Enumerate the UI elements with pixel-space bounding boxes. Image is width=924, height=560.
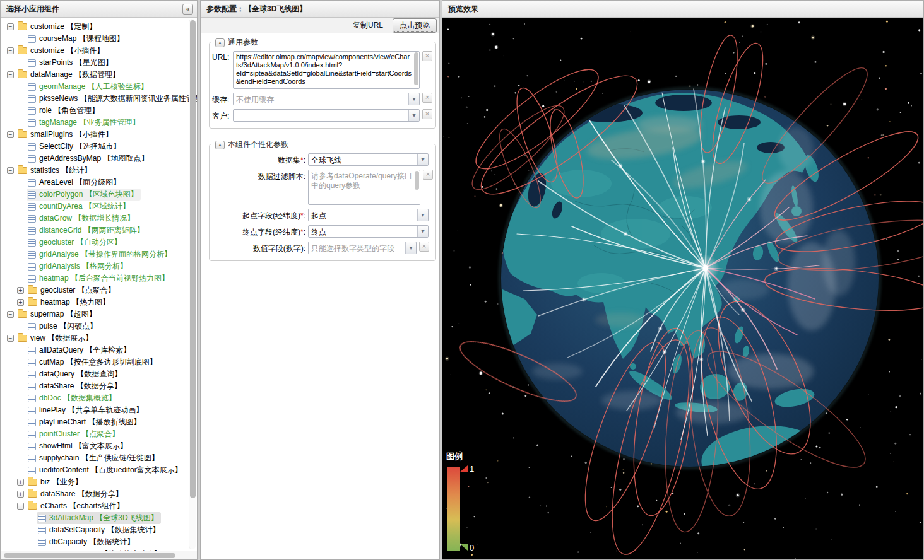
vertical-scrollbar-thumb[interactable] [190, 20, 196, 498]
tree-item-inner[interactable]: dataShare 【数据分享】 [27, 488, 126, 500]
tree-item-inner[interactable]: geomManage 【人工核验坐标】 [27, 81, 151, 93]
tree-item-pointCluster[interactable]: pointCluster 【点聚合】 [3, 428, 188, 440]
chevron-down-icon[interactable]: ▾ [417, 226, 428, 237]
tree-item-allDataQuery[interactable]: allDataQuery 【全库检索】 [3, 344, 188, 356]
tree-item-inner[interactable]: showHtml 【富文本展示】 [27, 440, 130, 452]
expand-node-icon[interactable]: + [17, 287, 24, 294]
tree-item-dbCapacity[interactable]: dbCapacity 【数据统计】 [3, 536, 188, 548]
tree-item-biz[interactable]: +biz 【业务】 [3, 476, 188, 488]
tree-item-inner[interactable]: SelectCity 【选择城市】 [27, 141, 123, 153]
tree-item-inner[interactable]: getAddressByMap 【地图取点】 [27, 153, 151, 165]
tree-item-dataShare[interactable]: +dataShare 【数据分享】 [3, 488, 188, 500]
tree-item-tagManage[interactable]: tagManage 【业务属性管理】 [3, 117, 188, 129]
collapse-node-icon[interactable]: − [7, 71, 14, 78]
clear-filter-icon[interactable]: × [423, 170, 433, 180]
chevron-down-icon[interactable]: ▾ [417, 209, 428, 221]
collapse-section-icon[interactable]: ▲ [215, 141, 225, 149]
filter-script-textarea[interactable] [308, 170, 420, 205]
tree-item-courseMap[interactable]: courseMap 【课程地图】 [3, 33, 188, 45]
tree-item-dataManage[interactable]: −dataManage 【数据管理】 [3, 69, 188, 81]
tree-item-ueditorContent[interactable]: ueditorContent 【百度ueditor富文本展示】 [3, 464, 188, 476]
tree-item-dataQuery[interactable]: dataQuery 【数据查询】 [3, 368, 188, 380]
start-field-combo[interactable]: 起点 ▾ [308, 209, 429, 221]
tree-item-inner[interactable]: tagManage 【业务属性管理】 [27, 117, 142, 129]
tree-item-statistics[interactable]: −statistics 【统计】 [3, 165, 188, 177]
end-field-combo[interactable]: 终点 ▾ [308, 225, 429, 238]
tree-item-customize[interactable]: −customize 【小插件】 [3, 45, 188, 57]
expand-node-icon[interactable]: + [17, 479, 24, 486]
tree-item-showHtml[interactable]: showHtml 【富文本展示】 [3, 440, 188, 452]
tree-item-inner[interactable]: geocluster 【自动分区】 [27, 236, 124, 248]
tree-item-inner[interactable]: allDataQuery 【全库检索】 [27, 344, 133, 356]
tree-item-inner[interactable]: geocluster 【点聚合】 [27, 284, 118, 296]
tree-item-gridAnalysis[interactable]: gridAnalysis 【格网分析】 [3, 260, 188, 272]
tree-item-inner[interactable]: playLineChart 【播放折线图】 [27, 416, 143, 428]
tree-item-countByArea[interactable]: countByArea 【区域统计】 [3, 201, 188, 213]
tree-item-dataGrow[interactable]: dataGrow 【数据增长情况】 [3, 213, 188, 225]
tree-item-inner[interactable]: dbDoc 【数据集概览】 [27, 392, 119, 404]
tree-item-inner[interactable]: distanceGrid 【两两距离矩阵】 [27, 225, 147, 236]
tree-item-inner[interactable]: colorPolygon 【区域色块图】 [27, 189, 141, 201]
tree-scroll-area[interactable]: −customize 【定制】courseMap 【课程地图】−customiz… [1, 18, 197, 559]
collapse-node-icon[interactable]: − [7, 167, 14, 174]
clear-number-field-icon[interactable]: × [419, 242, 429, 252]
tree-item-pulse[interactable]: pulse 【闪硕点】 [3, 320, 188, 332]
tree-item-getAddressByMap[interactable]: getAddressByMap 【地图取点】 [3, 153, 188, 165]
expand-node-icon[interactable]: + [17, 491, 24, 498]
collapse-node-icon[interactable]: − [7, 131, 14, 138]
tree-item-dataShare[interactable]: dataShare 【数据分享】 [3, 380, 188, 392]
collapse-node-icon[interactable]: − [7, 47, 14, 54]
vertical-scrollbar[interactable] [189, 19, 196, 549]
tree-item-starPoints[interactable]: starPoints 【星光图】 [3, 57, 188, 69]
collapse-node-icon[interactable]: − [7, 335, 14, 342]
tree-item-inner[interactable]: dataShare 【数据分享】 [27, 380, 124, 392]
tree-item-dataSetCapacity[interactable]: dataSetCapacity 【数据集统计】 [3, 524, 188, 536]
textarea-scrollbar[interactable] [415, 171, 419, 190]
collapse-node-icon[interactable]: − [7, 23, 14, 30]
click-preview-button[interactable]: 点击预览 [393, 18, 437, 33]
tree-item-heatmap[interactable]: heatmap 【后台聚合当前视野热力图】 [3, 272, 188, 284]
preview-canvas[interactable]: 图例 1 0 [442, 18, 923, 559]
tree-item-inner[interactable]: AreaLevel 【面分级图】 [27, 177, 123, 189]
tree-item-linePlay[interactable]: linePlay 【共享单车轨迹动画】 [3, 404, 188, 416]
tree-item-inner[interactable]: pksseNews 【能源大数据新闻资讯业务属性管理】 [27, 93, 197, 105]
tree-item-inner[interactable]: customize 【小插件】 [16, 45, 107, 57]
tree-item-colorPolygon[interactable]: colorPolygon 【区域色块图】 [3, 189, 188, 201]
textarea-scrollbar[interactable] [414, 52, 418, 85]
collapse-node-icon[interactable]: − [17, 503, 24, 510]
tree-item-inner[interactable]: smallPlugins 【小插件】 [16, 129, 116, 141]
url-textarea[interactable]: https://editor.olmap.cn/mapview/componen… [233, 51, 420, 89]
tree-item-SelectCity[interactable]: SelectCity 【选择城市】 [3, 141, 188, 153]
tree-item-inner[interactable]: 3dAttackMap 【全球3D飞线图】 [37, 512, 161, 524]
tree-item-geomManage[interactable]: geomManage 【人工核验坐标】 [3, 81, 188, 93]
chevron-down-icon[interactable]: ▾ [417, 154, 428, 165]
tree-item-inner[interactable]: biz 【业务】 [27, 476, 85, 488]
tree-item-inner[interactable]: supermap 【超图】 [16, 308, 99, 320]
horizontal-scrollbar-thumb[interactable] [4, 553, 175, 558]
tree-item-customize[interactable]: −customize 【定制】 [3, 21, 188, 33]
tree-item-playLineChart[interactable]: playLineChart 【播放折线图】 [3, 416, 188, 428]
tree-item-inner[interactable]: starPoints 【星光图】 [27, 57, 116, 69]
tree-item-supermap[interactable]: −supermap 【超图】 [3, 308, 188, 320]
tree-item-inner[interactable]: statistics 【统计】 [16, 165, 94, 177]
tree-item-inner[interactable]: role 【角色管理】 [27, 105, 102, 117]
tree-item-view[interactable]: −view 【数据展示】 [3, 332, 188, 344]
tree-item-inner[interactable]: gridAnalyse 【带操作界面的格网分析】 [27, 248, 174, 260]
clear-client-icon[interactable]: × [422, 109, 432, 119]
chevron-down-icon[interactable]: ▾ [408, 110, 419, 121]
tree-item-eCharts[interactable]: −eCharts 【echarts组件】 [3, 500, 188, 512]
tree-item-inner[interactable]: supplychain 【生产供应链/迁徙图】 [27, 452, 162, 464]
tree-item-3dAttackMap[interactable]: 3dAttackMap 【全球3D飞线图】 [3, 512, 188, 524]
tree-item-inner[interactable]: linePlay 【共享单车轨迹动画】 [27, 404, 146, 416]
tree-item-inner[interactable]: heatmap 【热力图】 [27, 296, 112, 308]
dataset-combo[interactable]: 全球飞线 ▾ [308, 153, 429, 166]
clear-cache-icon[interactable]: × [422, 93, 432, 103]
tree-item-inner[interactable]: pulse 【闪硕点】 [27, 320, 100, 332]
tree-item-inner[interactable]: pointCluster 【点聚合】 [27, 428, 122, 440]
tree-item-inner[interactable]: dataGrow 【数据增长情况】 [27, 213, 137, 225]
tree-item-AreaLevel[interactable]: AreaLevel 【面分级图】 [3, 177, 188, 189]
tree-item-inner[interactable]: courseMap 【课程地图】 [27, 33, 127, 45]
tree-item-inner[interactable]: ueditorContent 【百度ueditor富文本展示】 [27, 464, 185, 476]
chevron-down-icon[interactable]: ▾ [405, 242, 416, 254]
tree-item-cutMap[interactable]: cutMap 【按任意多边形切割底图】 [3, 356, 188, 368]
